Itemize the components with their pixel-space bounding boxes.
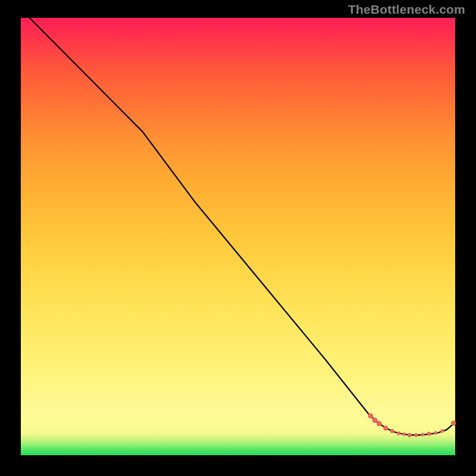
data-point	[377, 421, 382, 427]
bottleneck-curve-line	[21, 9, 455, 435]
data-point	[402, 433, 406, 436]
data-point	[408, 433, 412, 437]
data-point	[397, 431, 400, 435]
data-point	[440, 430, 444, 433]
chart-svg	[21, 18, 455, 455]
data-point-markers	[368, 413, 456, 437]
chart-frame: TheBottleneck.com	[0, 0, 476, 476]
data-point	[372, 418, 377, 423]
data-point	[390, 429, 394, 433]
data-point	[414, 433, 418, 437]
data-point	[451, 421, 456, 425]
data-point	[427, 432, 431, 436]
watermark-text: TheBottleneck.com	[348, 2, 465, 17]
data-point	[368, 413, 373, 418]
data-point	[383, 425, 388, 430]
data-point	[421, 433, 424, 437]
data-point	[434, 431, 437, 435]
